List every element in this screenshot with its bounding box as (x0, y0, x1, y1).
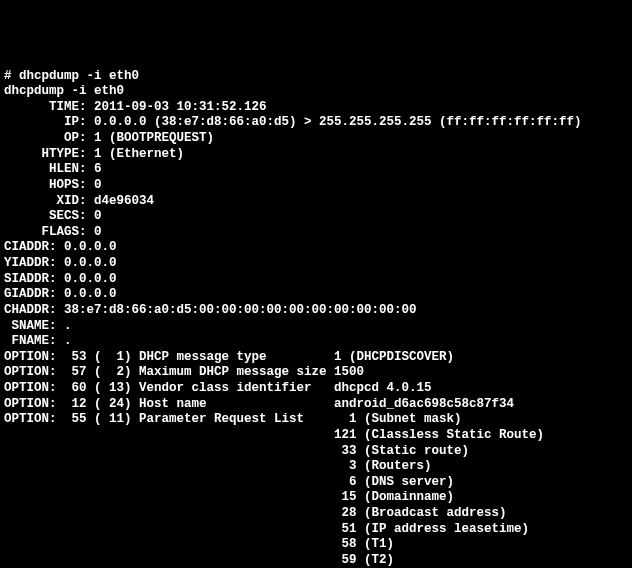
field-sname: SNAME: . (4, 319, 628, 335)
option-12: OPTION: 12 ( 24) Host name android_d6ac6… (4, 397, 628, 413)
option-55: OPTION: 55 ( 11) Parameter Request List … (4, 412, 628, 428)
command-echo-line: dhcpdump -i eth0 (4, 84, 628, 100)
option-60: OPTION: 60 ( 13) Vendor class identifier… (4, 381, 628, 397)
field-giaddr: GIADDR: 0.0.0.0 (4, 287, 628, 303)
field-time: TIME: 2011-09-03 10:31:52.126 (4, 100, 628, 116)
field-htype: HTYPE: 1 (Ethernet) (4, 147, 628, 163)
option-53: OPTION: 53 ( 1) DHCP message type 1 (DHC… (4, 350, 628, 366)
field-hlen: HLEN: 6 (4, 162, 628, 178)
field-hops: HOPS: 0 (4, 178, 628, 194)
terminal-output: # dhcpdump -i eth0dhcpdump -i eth0 TIME:… (4, 69, 628, 569)
param-request-121: 121 (Classless Static Route) (4, 428, 628, 444)
param-request-58: 58 (T1) (4, 537, 628, 553)
param-request-15: 15 (Domainname) (4, 490, 628, 506)
option-57: OPTION: 57 ( 2) Maximum DHCP message siz… (4, 365, 628, 381)
field-yiaddr: YIADDR: 0.0.0.0 (4, 256, 628, 272)
field-fname: FNAME: . (4, 334, 628, 350)
field-op: OP: 1 (BOOTPREQUEST) (4, 131, 628, 147)
param-request-28: 28 (Broadcast address) (4, 506, 628, 522)
field-ciaddr: CIADDR: 0.0.0.0 (4, 240, 628, 256)
field-ip: IP: 0.0.0.0 (38:e7:d8:66:a0:d5) > 255.25… (4, 115, 628, 131)
param-request-51: 51 (IP address leasetime) (4, 522, 628, 538)
field-flags: FLAGS: 0 (4, 225, 628, 241)
param-request-59: 59 (T2) (4, 553, 628, 568)
field-xid: XID: d4e96034 (4, 194, 628, 210)
field-chaddr: CHADDR: 38:e7:d8:66:a0:d5:00:00:00:00:00… (4, 303, 628, 319)
field-secs: SECS: 0 (4, 209, 628, 225)
param-request-6: 6 (DNS server) (4, 475, 628, 491)
param-request-33: 33 (Static route) (4, 444, 628, 460)
field-siaddr: SIADDR: 0.0.0.0 (4, 272, 628, 288)
param-request-3: 3 (Routers) (4, 459, 628, 475)
command-prompt-line: # dhcpdump -i eth0 (4, 69, 628, 85)
